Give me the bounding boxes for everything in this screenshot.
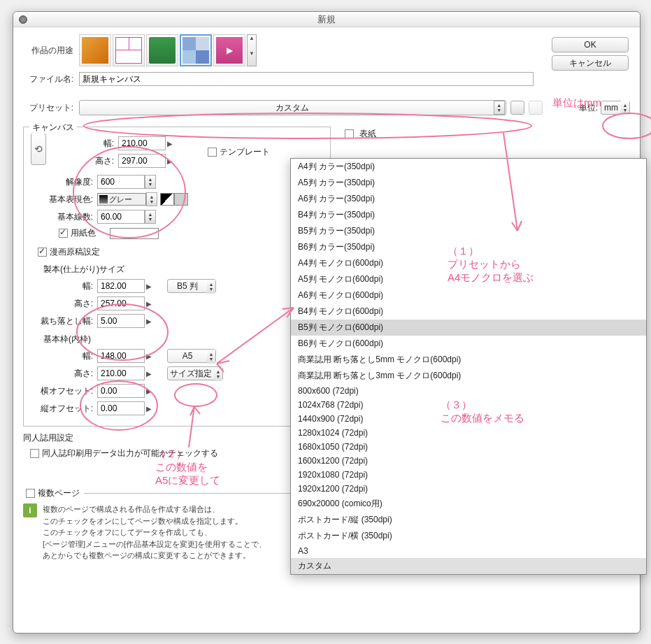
preset-option[interactable]: B6判 カラー(350dpi) bbox=[291, 239, 646, 255]
cover-check[interactable] bbox=[345, 129, 354, 138]
finish-preset-select[interactable]: B5 判▲▼ bbox=[167, 279, 216, 293]
preset-option[interactable]: B4判 モノクロ(600dpi) bbox=[291, 303, 646, 320]
arrow-icon[interactable]: ▶ bbox=[145, 282, 153, 290]
preset-option[interactable]: A4判 モノクロ(600dpi) bbox=[291, 255, 646, 271]
unit-spinner-icon: ▲▼ bbox=[621, 101, 629, 115]
gray-swatch-icon[interactable] bbox=[174, 193, 188, 206]
preset-option[interactable]: 商業誌用 断ち落とし5mm モノクロ(600dpi) bbox=[291, 352, 646, 368]
arrow-icon[interactable]: ▶ bbox=[145, 300, 153, 308]
preset-option[interactable]: B5判 カラー(350dpi) bbox=[291, 223, 646, 239]
info-icon: i bbox=[23, 503, 37, 517]
close-icon[interactable] bbox=[19, 15, 27, 24]
bleed-input[interactable] bbox=[97, 314, 145, 328]
voffset-input[interactable] bbox=[97, 401, 145, 415]
ok-button[interactable]: OK bbox=[552, 37, 629, 52]
preset-option[interactable]: 1920x1200 (72dpi) bbox=[291, 482, 646, 496]
bw-swatch-icon[interactable] bbox=[160, 193, 174, 206]
multipage-info: 複数のページで構成される作品を作成する場合は、 このチェックをオンにしてページ数… bbox=[43, 503, 266, 561]
thumb-comic[interactable] bbox=[113, 34, 145, 66]
preset-save-icon[interactable] bbox=[510, 101, 524, 115]
filename-input[interactable] bbox=[79, 72, 534, 86]
preset-option[interactable]: 800x600 (72dpi) bbox=[291, 384, 646, 398]
baselines-spinner-icon[interactable]: ▲▼ bbox=[145, 210, 156, 224]
preset-option[interactable]: 1280x1024 (72dpi) bbox=[291, 426, 646, 440]
preset-option[interactable]: A6判 モノクロ(600dpi) bbox=[291, 287, 646, 303]
arrow-icon[interactable]: ▶ bbox=[166, 140, 174, 148]
preset-option[interactable]: 1680x1050 (72dpi) bbox=[291, 440, 646, 454]
preset-label: プリセット: bbox=[23, 102, 79, 114]
baselines-input[interactable] bbox=[97, 210, 145, 224]
manga-setting-check[interactable] bbox=[38, 248, 47, 257]
preset-dropdown[interactable]: A4判 カラー(350dpi)A5判 カラー(350dpi)A6判 カラー(35… bbox=[290, 158, 647, 575]
inner-width-input[interactable] bbox=[97, 349, 145, 363]
doujin-check[interactable] bbox=[30, 449, 39, 458]
titlebar: 新規 bbox=[13, 12, 640, 27]
inner-height-input[interactable] bbox=[97, 366, 145, 380]
thumb-scroll[interactable]: ▲▼ bbox=[247, 34, 257, 66]
preset-spinner-icon[interactable]: ▲▼ bbox=[494, 101, 505, 115]
doujin-title: 同人誌用設定 bbox=[23, 432, 331, 444]
preset-option[interactable]: A3 bbox=[291, 544, 646, 558]
finish-width-input[interactable] bbox=[97, 279, 145, 293]
unit-label: 単位: bbox=[579, 102, 598, 114]
canvas-width-input[interactable] bbox=[118, 136, 166, 150]
papercolor-swatch[interactable] bbox=[110, 228, 159, 239]
preset-option[interactable]: ポストカード/横 (350dpi) bbox=[291, 528, 646, 544]
thumb-print[interactable] bbox=[180, 34, 212, 66]
canvas-height-input[interactable] bbox=[118, 154, 166, 168]
canvas-title: キャンバス bbox=[29, 122, 77, 134]
preset-option[interactable]: ポストカード/縦 (350dpi) bbox=[291, 512, 646, 528]
preset-option[interactable]: B6判 モノクロ(600dpi) bbox=[291, 336, 646, 352]
arrow-icon[interactable]: ▶ bbox=[145, 405, 153, 413]
cancel-button[interactable]: キャンセル bbox=[552, 55, 629, 71]
finish-height-input[interactable] bbox=[97, 296, 145, 310]
preset-option[interactable]: B5判 モノクロ(600dpi) bbox=[291, 320, 646, 336]
preset-option[interactable]: A4判 カラー(350dpi) bbox=[291, 159, 646, 175]
preset-option[interactable]: 1440x900 (72dpi) bbox=[291, 412, 646, 426]
thumb-movie[interactable]: ▶ bbox=[213, 34, 245, 66]
resolution-input[interactable] bbox=[97, 175, 145, 189]
inner-preset2-select[interactable]: サイズ指定▲▼ bbox=[167, 366, 223, 380]
preset-option[interactable]: 1024x768 (72dpi) bbox=[291, 398, 646, 412]
purpose-label: 作品の用途 bbox=[23, 45, 79, 57]
purpose-thumbs: ▶ ▲▼ bbox=[79, 34, 257, 66]
arrow-icon[interactable]: ▶ bbox=[145, 317, 153, 325]
multipage-check[interactable] bbox=[26, 489, 35, 498]
arrow-icon[interactable]: ▶ bbox=[145, 352, 153, 360]
papercolor-check[interactable] bbox=[59, 229, 68, 238]
thumb-illustration[interactable] bbox=[79, 34, 111, 66]
rotate-icon[interactable]: ⟲ bbox=[31, 133, 46, 165]
preset-option[interactable]: A5判 カラー(350dpi) bbox=[291, 175, 646, 191]
arrow-icon[interactable]: ▶ bbox=[145, 370, 153, 378]
preset-option[interactable]: 690x20000 (comico用) bbox=[291, 496, 646, 512]
basecolor-select[interactable]: グレー bbox=[97, 193, 146, 206]
arrow-icon[interactable]: ▶ bbox=[166, 157, 174, 165]
canvas-group: キャンバス ⟲ 幅:▶ 高さ:▶ テンプレート 解像度:▲▼ 基本表現色: グレ… bbox=[23, 127, 331, 427]
preset-select[interactable]: カスタム ▲▼ bbox=[79, 100, 506, 115]
preset-option[interactable]: 1600x1200 (72dpi) bbox=[291, 454, 646, 468]
preset-option[interactable]: 1920x1080 (72dpi) bbox=[291, 468, 646, 482]
thumb-book[interactable] bbox=[146, 34, 178, 66]
preset-option[interactable]: B4判 カラー(350dpi) bbox=[291, 207, 646, 223]
inner-preset1-select[interactable]: A5▲▼ bbox=[167, 349, 216, 363]
arrow-icon[interactable]: ▶ bbox=[145, 387, 153, 395]
preset-option[interactable]: カスタム bbox=[291, 558, 646, 574]
res-spinner-icon[interactable]: ▲▼ bbox=[145, 175, 156, 189]
preset-option[interactable]: A6判 カラー(350dpi) bbox=[291, 191, 646, 207]
filename-label: ファイル名: bbox=[23, 73, 79, 85]
hoffset-input[interactable] bbox=[97, 384, 145, 398]
preset-option[interactable]: 商業誌用 断ち落とし3mm モノクロ(600dpi) bbox=[291, 368, 646, 384]
dialog-title: 新規 bbox=[27, 13, 626, 26]
unit-select[interactable]: mm▲▼ bbox=[601, 101, 630, 115]
preset-option[interactable]: A5判 モノクロ(600dpi) bbox=[291, 271, 646, 287]
preset-delete-icon[interactable] bbox=[529, 101, 543, 115]
template-check[interactable] bbox=[208, 148, 217, 157]
basecolor-spinner-icon[interactable]: ▲▼ bbox=[146, 192, 157, 206]
